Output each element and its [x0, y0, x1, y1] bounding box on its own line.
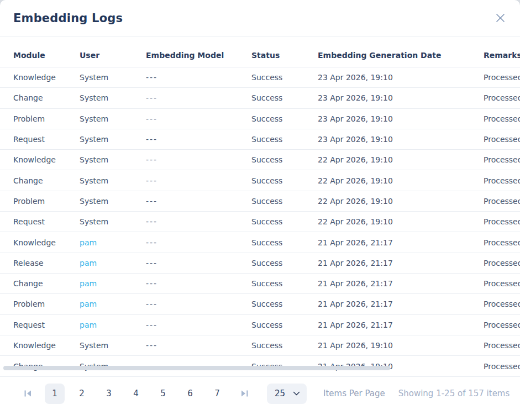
table-body: KnowledgeSystem---Success23 Apr 2026, 19…: [0, 67, 520, 376]
page-button-7[interactable]: 7: [207, 384, 227, 404]
close-button[interactable]: [492, 9, 509, 27]
cell-date: 21 Apr 2026, 21:17: [318, 321, 484, 329]
chevron-down-icon: [293, 391, 300, 396]
user-link[interactable]: pam: [80, 321, 146, 329]
cell-model: ---: [146, 197, 251, 206]
cell-user: System: [80, 197, 146, 206]
logs-table-inner: ModuleUserEmbedding ModelStatusEmbedding…: [0, 36, 520, 376]
cell-date: 21 Apr 2026, 21:17: [318, 279, 484, 288]
embedding-logs-modal: Embedding Logs ModuleUserEmbedding Model…: [0, 0, 520, 420]
table-row: Requestpam---Success21 Apr 2026, 21:17Pr…: [0, 315, 520, 335]
last-page-icon: [240, 390, 249, 397]
cell-model: ---: [146, 321, 251, 329]
column-header: User: [80, 51, 146, 60]
items-per-page-label: Items Per Page: [323, 389, 385, 398]
cell-date: 22 Apr 2026, 19:10: [318, 217, 484, 226]
cell-date: 21 Apr 2026, 21:17: [318, 238, 484, 247]
column-header: Remarks: [484, 51, 520, 60]
table-row: ChangeSystem---Success22 Apr 2026, 19:10…: [0, 170, 520, 191]
cell-remark: Processed: [484, 217, 520, 226]
close-icon: [495, 13, 506, 23]
last-page-button[interactable]: [234, 384, 254, 404]
cell-status: Success: [251, 73, 318, 82]
cell-remark: Processed: [484, 197, 520, 206]
cell-remark: Processed: [484, 176, 520, 185]
page-title: Embedding Logs: [13, 12, 123, 25]
cell-module: Problem: [13, 114, 80, 123]
cell-module: Knowledge: [13, 73, 80, 82]
cell-model: ---: [146, 259, 251, 267]
user-link[interactable]: pam: [80, 279, 146, 288]
logs-table: ModuleUserEmbedding ModelStatusEmbedding…: [0, 36, 520, 377]
user-link[interactable]: pam: [80, 259, 146, 267]
page-button-6[interactable]: 6: [180, 384, 200, 404]
first-page-icon: [24, 390, 32, 397]
page-button-4[interactable]: 4: [126, 384, 146, 404]
cell-status: Success: [251, 114, 318, 123]
column-header: Status: [251, 51, 318, 60]
cell-module: Release: [13, 259, 80, 267]
cell-status: Success: [251, 93, 318, 102]
column-header: Embedding Generation Date: [318, 51, 484, 60]
cell-user: System: [80, 341, 146, 350]
page-button-1[interactable]: 1: [45, 384, 65, 404]
cell-status: Success: [251, 341, 318, 350]
cell-user: System: [80, 114, 146, 123]
cell-module: Knowledge: [13, 341, 80, 350]
cell-module: Change: [13, 93, 80, 102]
cell-remark: Processed: [484, 73, 520, 82]
column-header: Embedding Model: [146, 51, 251, 60]
cell-remark: Processed: [484, 259, 520, 267]
cell-status: Success: [251, 176, 318, 185]
table-row: Changepam---Success21 Apr 2026, 21:17Pro…: [0, 274, 520, 294]
cell-model: ---: [146, 217, 251, 226]
page-button-3[interactable]: 3: [99, 384, 119, 404]
cell-model: ---: [146, 114, 251, 123]
cell-remark: Processed: [484, 362, 520, 371]
cell-user: System: [80, 73, 146, 82]
cell-model: ---: [146, 155, 251, 164]
table-row: Problempam---Success21 Apr 2026, 21:17Pr…: [0, 294, 520, 314]
cell-module: Problem: [13, 197, 80, 206]
cell-date: 21 Apr 2026, 19:10: [318, 341, 484, 350]
cell-module: Knowledge: [13, 238, 80, 247]
cell-user: System: [80, 217, 146, 226]
user-link[interactable]: pam: [80, 300, 146, 308]
table-row: KnowledgeSystem---Success22 Apr 2026, 19…: [0, 150, 520, 170]
cell-model: ---: [146, 93, 251, 102]
cell-module: Change: [13, 176, 80, 185]
cell-date: 23 Apr 2026, 19:10: [318, 73, 484, 82]
table-row: RequestSystem---Success22 Apr 2026, 19:1…: [0, 212, 520, 232]
table-row: ChangeSystem---Success23 Apr 2026, 19:10…: [0, 88, 520, 108]
cell-user: System: [80, 93, 146, 102]
cell-user: System: [80, 155, 146, 164]
horizontal-scrollbar[interactable]: [3, 366, 390, 370]
cell-date: 23 Apr 2026, 19:10: [318, 135, 484, 144]
first-page-button[interactable]: [18, 384, 38, 404]
modal-header: Embedding Logs: [0, 0, 520, 36]
page-button-2[interactable]: 2: [72, 384, 92, 404]
cell-model: ---: [146, 341, 251, 350]
user-link[interactable]: pam: [80, 238, 146, 247]
cell-date: 22 Apr 2026, 19:10: [318, 176, 484, 185]
page-button-5[interactable]: 5: [153, 384, 173, 404]
cell-status: Success: [251, 259, 318, 267]
cell-model: ---: [146, 279, 251, 288]
table-row: Releasepam---Success21 Apr 2026, 21:17Pr…: [0, 253, 520, 274]
items-per-page-value: 25: [275, 389, 285, 398]
cell-date: 22 Apr 2026, 19:10: [318, 197, 484, 206]
table-row: ProblemSystem---Success22 Apr 2026, 19:1…: [0, 191, 520, 212]
cell-status: Success: [251, 155, 318, 164]
cell-module: Request: [13, 217, 80, 226]
cell-status: Success: [251, 279, 318, 288]
pagination-bar: 1234567 25 Items Per Page Showing 1-25 o…: [0, 377, 520, 420]
cell-model: ---: [146, 176, 251, 185]
cell-model: ---: [146, 300, 251, 308]
cell-status: Success: [251, 321, 318, 329]
cell-status: Success: [251, 197, 318, 206]
cell-remark: Processed: [484, 238, 520, 247]
cell-remark: Processed: [484, 155, 520, 164]
cell-module: Change: [13, 279, 80, 288]
items-per-page-select[interactable]: 25: [267, 384, 307, 404]
cell-remark: Processed: [484, 135, 520, 144]
